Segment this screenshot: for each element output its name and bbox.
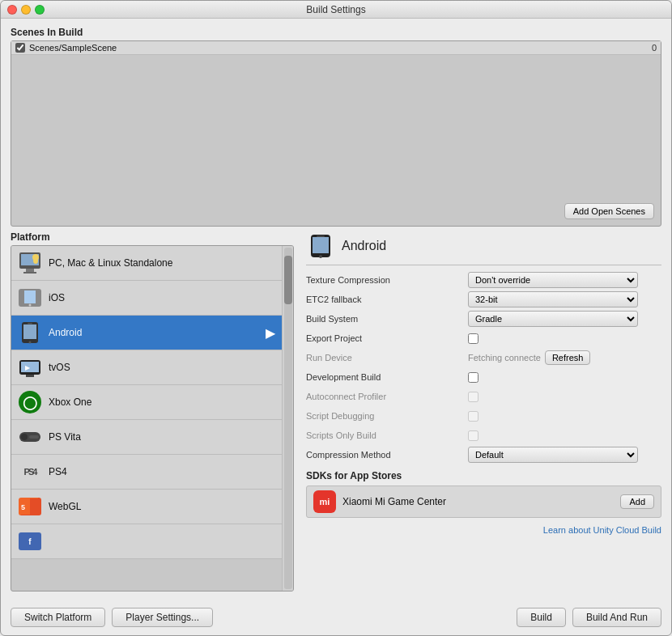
autoconnect-profiler-checkbox — [468, 392, 478, 402]
svg-rect-3 — [23, 272, 36, 273]
svg-rect-7 — [24, 290, 36, 303]
script-debugging-row: Script Debugging — [306, 408, 661, 424]
sdk-name-xiaomi: Xiaomi Mi Game Center — [342, 496, 614, 507]
switch-platform-button[interactable]: Switch Platform — [11, 608, 105, 627]
xiaomi-icon-text: mi — [320, 497, 330, 507]
export-project-label: Export Project — [306, 333, 468, 343]
scripts-only-build-label: Scripts Only Build — [306, 430, 468, 440]
svg-rect-12 — [28, 323, 32, 324]
sdks-label: SDKs for App Stores — [306, 470, 661, 481]
platform-panel: Platform — [11, 231, 294, 591]
compression-method-label: Compression Method — [306, 450, 468, 460]
platform-item-psvita[interactable]: PS Vita — [11, 420, 282, 455]
scrollbar-thumb — [284, 256, 292, 304]
settings-grid: Texture Compression Don't override DXT P… — [306, 272, 661, 591]
development-build-label: Development Build — [306, 372, 468, 382]
scene-name: Scenes/SampleScene — [29, 43, 652, 53]
export-project-checkbox[interactable] — [468, 333, 478, 344]
build-button[interactable]: Build — [517, 608, 566, 627]
run-device-controls: Fetching connecte Refresh — [468, 350, 590, 365]
build-and-run-button[interactable]: Build And Run — [572, 608, 661, 627]
platform-item-webgl[interactable]: 5 WebGL — [11, 490, 282, 524]
platform-scrollbar[interactable] — [282, 246, 293, 591]
webgl-icon: 5 — [18, 494, 42, 519]
svg-rect-10 — [23, 324, 36, 339]
scene-index: 0 — [652, 43, 657, 53]
fetching-text: Fetching connecte — [468, 353, 541, 363]
platform-name-ps4: PS4 — [49, 466, 275, 477]
window-title: Build Settings — [306, 4, 365, 15]
development-build-row: Development Build — [306, 369, 661, 385]
svg-rect-2 — [26, 269, 34, 272]
minimize-button[interactable] — [21, 5, 31, 15]
export-project-row: Export Project — [306, 330, 661, 346]
sdk-add-button[interactable]: Add — [620, 494, 654, 509]
texture-compression-select[interactable]: Don't override DXT PVRTC ATC ETC ETC2 AS… — [468, 272, 638, 288]
platform-item-xboxone[interactable]: ◯ Xbox One — [11, 385, 282, 420]
svg-point-18 — [21, 434, 28, 440]
svg-rect-19 — [29, 435, 39, 439]
more-platform-icon: f — [18, 529, 42, 553]
titlebar: Build Settings — [1, 1, 671, 19]
xiaomi-icon: mi — [313, 490, 336, 513]
scenes-section: Scenes In Build Scenes/SampleScene 0 Add… — [11, 27, 661, 227]
cloud-build-container: Learn about Unity Cloud Build — [306, 524, 661, 536]
sdks-section: SDKs for App Stores mi Xiaomi Mi Game Ce… — [306, 470, 661, 518]
platform-item-ios[interactable]: iOS — [11, 281, 282, 316]
maximize-button[interactable] — [35, 5, 45, 15]
svg-rect-14 — [21, 362, 39, 372]
build-system-select[interactable]: Gradle Internal — [468, 311, 638, 327]
svg-point-11 — [29, 341, 32, 344]
scenes-panel: Scenes/SampleScene 0 Add Open Scenes — [11, 40, 661, 227]
compression-method-select[interactable]: Default LZ4 LZ4HC — [468, 447, 638, 463]
etc2-fallback-label: ETC2 fallback — [306, 295, 468, 304]
texture-compression-label: Texture Compression — [306, 275, 468, 285]
build-system-row: Build System Gradle Internal — [306, 311, 661, 327]
refresh-button[interactable]: Refresh — [545, 350, 591, 365]
scripts-only-build-row: Scripts Only Build — [306, 427, 661, 443]
add-open-scenes-button[interactable]: Add Open Scenes — [564, 203, 654, 219]
scenes-section-label: Scenes In Build — [11, 27, 661, 38]
bottom-right-buttons: Build Build And Run — [517, 608, 661, 627]
script-debugging-label: Script Debugging — [306, 411, 468, 421]
svg-rect-15 — [26, 375, 34, 377]
platform-item-android[interactable]: Android ▶ — [11, 316, 282, 350]
run-device-row: Run Device Fetching connecte Refresh — [306, 350, 661, 366]
svg-point-25 — [319, 255, 322, 258]
svg-rect-26 — [317, 235, 325, 237]
close-button[interactable] — [7, 5, 17, 15]
ios-icon — [18, 286, 42, 310]
right-panel: Android Texture Compression Don't overri… — [294, 231, 661, 591]
cloud-build-link[interactable]: Learn about Unity Cloud Build — [543, 525, 661, 535]
scene-row: Scenes/SampleScene 0 — [11, 41, 661, 55]
platform-name-ios: iOS — [49, 292, 275, 303]
android-title: Android — [342, 239, 386, 253]
scene-checkbox[interactable] — [15, 43, 25, 53]
bottom-left-buttons: Switch Platform Player Settings... — [11, 608, 213, 627]
build-system-label: Build System — [306, 314, 468, 324]
tvos-icon: ▶ — [18, 355, 42, 379]
player-settings-button[interactable]: Player Settings... — [112, 608, 213, 627]
platform-item-pc[interactable]: PC, Mac & Linux Standalone — [11, 246, 282, 281]
psvita-icon — [18, 425, 42, 449]
pc-icon — [18, 251, 42, 275]
svg-point-5 — [33, 257, 38, 264]
autoconnect-profiler-row: Autoconnect Profiler — [306, 388, 661, 405]
svg-rect-24 — [313, 237, 329, 253]
platform-item-ps4[interactable]: PS4 PS4 — [11, 455, 282, 490]
svg-text:▶: ▶ — [25, 364, 31, 371]
sdk-item-xiaomi: mi Xiaomi Mi Game Center Add — [306, 485, 661, 518]
platform-list: PC, Mac & Linux Standalone — [11, 246, 282, 591]
platform-name-tvos: tvOS — [49, 362, 275, 373]
etc2-fallback-select[interactable]: 32-bit 16-bit 32-bit compressed — [468, 291, 638, 307]
android-header: Android — [306, 231, 661, 265]
development-build-checkbox[interactable] — [468, 372, 478, 383]
window-controls — [7, 5, 45, 15]
bottom-area: Platform — [11, 231, 661, 591]
android-icon — [18, 320, 42, 345]
platform-name-psvita: PS Vita — [49, 431, 275, 443]
platform-item-tvos[interactable]: ▶ tvOS — [11, 350, 282, 385]
script-debugging-checkbox — [468, 411, 478, 422]
platform-item-more[interactable]: f — [11, 524, 282, 559]
bottom-buttons: Switch Platform Player Settings... Build… — [11, 603, 661, 627]
